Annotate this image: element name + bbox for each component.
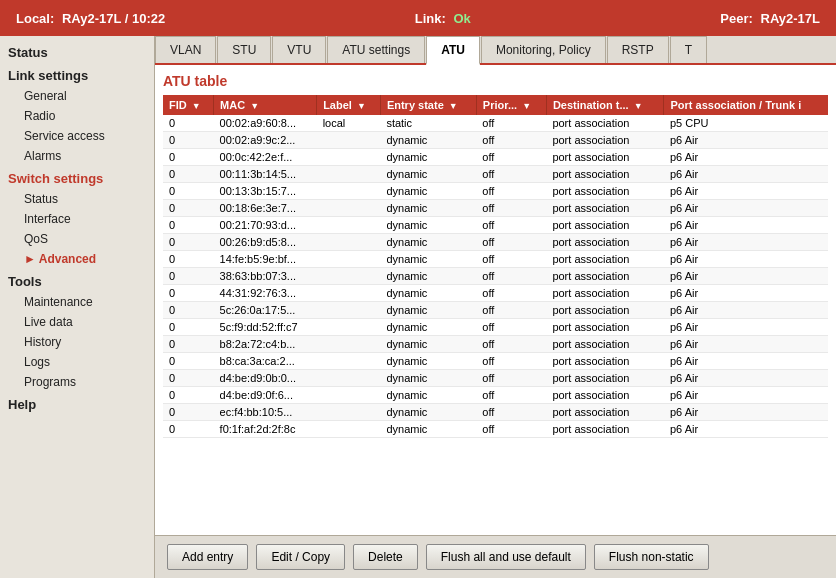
table-row[interactable]: 0 ec:f4:bb:10:5... dynamic off port asso… <box>163 404 828 421</box>
cell-mac: 00:0c:42:2e:f... <box>214 149 317 166</box>
cell-label <box>317 166 381 183</box>
table-row[interactable]: 0 00:13:3b:15:7... dynamic off port asso… <box>163 183 828 200</box>
table-row[interactable]: 0 00:02:a9:9c:2... dynamic off port asso… <box>163 132 828 149</box>
local-label: Local: <box>16 11 54 26</box>
cell-fid: 0 <box>163 336 214 353</box>
flush-non-static-button[interactable]: Flush non-static <box>594 544 709 570</box>
cell-mac: 00:18:6e:3e:7... <box>214 200 317 217</box>
peer-info: Peer: RAy2-17L <box>720 11 820 26</box>
cell-destination: port association <box>546 302 664 319</box>
cell-destination: port association <box>546 115 664 132</box>
sidebar-item-radio[interactable]: Radio <box>0 106 154 126</box>
sidebar-item-qos[interactable]: QoS <box>0 229 154 249</box>
tab-vtu[interactable]: VTU <box>272 36 326 63</box>
cell-label <box>317 421 381 438</box>
sidebar-item-switch-status[interactable]: Status <box>0 189 154 209</box>
table-row[interactable]: 0 5c:26:0a:17:5... dynamic off port asso… <box>163 302 828 319</box>
delete-button[interactable]: Delete <box>353 544 418 570</box>
sidebar-item-interface[interactable]: Interface <box>0 209 154 229</box>
cell-label <box>317 302 381 319</box>
sidebar-item-general[interactable]: General <box>0 86 154 106</box>
table-title: ATU table <box>163 73 828 89</box>
atu-table: FID ▼ MAC ▼ Label ▼ Entry state ▼ Prior.… <box>163 95 828 438</box>
sidebar-item-maintenance[interactable]: Maintenance <box>0 292 154 312</box>
tab-stu[interactable]: STU <box>217 36 271 63</box>
cell-prior: off <box>476 404 546 421</box>
cell-port-assoc: p6 Air <box>664 268 828 285</box>
table-row[interactable]: 0 b8:ca:3a:ca:2... dynamic off port asso… <box>163 353 828 370</box>
col-mac[interactable]: MAC ▼ <box>214 95 317 115</box>
tab-t[interactable]: T <box>670 36 707 63</box>
cell-port-assoc: p5 CPU <box>664 115 828 132</box>
cell-entry-state: dynamic <box>380 149 476 166</box>
table-row[interactable]: 0 00:0c:42:2e:f... dynamic off port asso… <box>163 149 828 166</box>
cell-fid: 0 <box>163 285 214 302</box>
sidebar-item-history[interactable]: History <box>0 332 154 352</box>
table-row[interactable]: 0 b8:2a:72:c4:b... dynamic off port asso… <box>163 336 828 353</box>
sidebar-item-live-data[interactable]: Live data <box>0 312 154 332</box>
table-row[interactable]: 0 44:31:92:76:3... dynamic off port asso… <box>163 285 828 302</box>
cell-mac: 00:02:a9:9c:2... <box>214 132 317 149</box>
cell-label <box>317 336 381 353</box>
col-label[interactable]: Label ▼ <box>317 95 381 115</box>
cell-fid: 0 <box>163 353 214 370</box>
cell-mac: d4:be:d9:0f:6... <box>214 387 317 404</box>
cell-destination: port association <box>546 387 664 404</box>
table-row[interactable]: 0 d4:be:d9:0b:0... dynamic off port asso… <box>163 370 828 387</box>
cell-mac: 00:21:70:93:d... <box>214 217 317 234</box>
cell-destination: port association <box>546 353 664 370</box>
cell-prior: off <box>476 336 546 353</box>
table-row[interactable]: 0 00:11:3b:14:5... dynamic off port asso… <box>163 166 828 183</box>
cell-fid: 0 <box>163 421 214 438</box>
sidebar-item-advanced[interactable]: ► Advanced <box>0 249 154 269</box>
table-row[interactable]: 0 00:21:70:93:d... dynamic off port asso… <box>163 217 828 234</box>
cell-fid: 0 <box>163 370 214 387</box>
cell-fid: 0 <box>163 183 214 200</box>
sidebar-item-logs[interactable]: Logs <box>0 352 154 372</box>
cell-entry-state: dynamic <box>380 200 476 217</box>
table-row[interactable]: 0 00:02:a9:60:8... local static off port… <box>163 115 828 132</box>
cell-port-assoc: p6 Air <box>664 319 828 336</box>
col-entry-state[interactable]: Entry state ▼ <box>380 95 476 115</box>
tab-rstp[interactable]: RSTP <box>607 36 669 63</box>
cell-fid: 0 <box>163 234 214 251</box>
top-bar: Local: RAy2-17L / 10:22 Link: Ok Peer: R… <box>0 0 836 36</box>
table-row[interactable]: 0 f0:1f:af:2d:2f:8c dynamic off port ass… <box>163 421 828 438</box>
cell-mac: 00:02:a9:60:8... <box>214 115 317 132</box>
table-row[interactable]: 0 14:fe:b5:9e:bf... dynamic off port ass… <box>163 251 828 268</box>
add-entry-button[interactable]: Add entry <box>167 544 248 570</box>
flush-all-button[interactable]: Flush all and use default <box>426 544 586 570</box>
col-fid[interactable]: FID ▼ <box>163 95 214 115</box>
table-row[interactable]: 0 5c:f9:dd:52:ff:c7 dynamic off port ass… <box>163 319 828 336</box>
cell-destination: port association <box>546 149 664 166</box>
cell-destination: port association <box>546 200 664 217</box>
sidebar-item-alarms[interactable]: Alarms <box>0 146 154 166</box>
cell-prior: off <box>476 387 546 404</box>
cell-destination: port association <box>546 268 664 285</box>
sidebar-item-service-access[interactable]: Service access <box>0 126 154 146</box>
peer-label: Peer: <box>720 11 753 26</box>
cell-prior: off <box>476 166 546 183</box>
col-port-assoc[interactable]: Port association / Trunk i <box>664 95 828 115</box>
tab-atu[interactable]: ATU <box>426 36 480 65</box>
table-row[interactable]: 0 d4:be:d9:0f:6... dynamic off port asso… <box>163 387 828 404</box>
cell-prior: off <box>476 183 546 200</box>
table-row[interactable]: 0 00:18:6e:3e:7... dynamic off port asso… <box>163 200 828 217</box>
sidebar-item-programs[interactable]: Programs <box>0 372 154 392</box>
edit-copy-button[interactable]: Edit / Copy <box>256 544 345 570</box>
cell-destination: port association <box>546 285 664 302</box>
cell-label <box>317 251 381 268</box>
table-row[interactable]: 0 38:63:bb:07:3... dynamic off port asso… <box>163 268 828 285</box>
cell-entry-state: dynamic <box>380 387 476 404</box>
cell-entry-state: dynamic <box>380 353 476 370</box>
cell-port-assoc: p6 Air <box>664 217 828 234</box>
table-row[interactable]: 0 00:26:b9:d5:8... dynamic off port asso… <box>163 234 828 251</box>
cell-label <box>317 370 381 387</box>
tab-monitoring-policy[interactable]: Monitoring, Policy <box>481 36 606 63</box>
tab-vlan[interactable]: VLAN <box>155 36 216 63</box>
col-destination[interactable]: Destination t... ▼ <box>546 95 664 115</box>
cell-fid: 0 <box>163 302 214 319</box>
tab-atu-settings[interactable]: ATU settings <box>327 36 425 63</box>
col-prior[interactable]: Prior... ▼ <box>476 95 546 115</box>
cell-label <box>317 268 381 285</box>
